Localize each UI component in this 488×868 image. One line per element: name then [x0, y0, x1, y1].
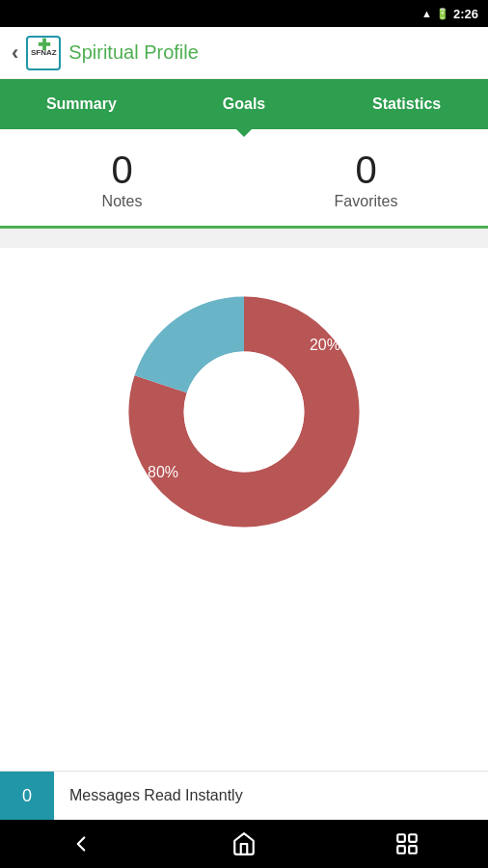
chart-label-20: 20% — [310, 337, 340, 354]
tab-summary[interactable]: Summary — [0, 79, 163, 129]
message-count: 0 — [0, 772, 54, 820]
chart-label-80: 80% — [148, 464, 178, 481]
donut-svg — [119, 286, 369, 537]
donut-hole — [184, 352, 305, 473]
favorites-count: 0 — [355, 149, 376, 191]
status-icons: ▲ 🔋 2:26 — [421, 7, 478, 21]
tab-active-indicator — [234, 127, 254, 137]
nav-recent-button[interactable] — [394, 831, 420, 856]
tab-goals-label: Goals — [223, 95, 265, 113]
stats-row: 0 Notes 0 Favorites — [0, 129, 488, 226]
nav-back-icon — [68, 831, 94, 856]
notes-count: 0 — [111, 149, 132, 191]
tab-goals[interactable]: Goals — [163, 79, 326, 129]
logo-container: ✚ SFNAZ — [26, 36, 61, 70]
tab-summary-label: Summary — [46, 95, 117, 113]
notes-label: Notes — [102, 193, 143, 210]
notes-stat: 0 Notes — [0, 149, 244, 210]
status-time: 2:26 — [453, 7, 478, 21]
svg-rect-3 — [409, 846, 417, 854]
nav-bar — [0, 820, 488, 868]
tab-statistics-label: Statistics — [372, 95, 441, 113]
message-text: Messages Read Instantly — [54, 772, 258, 820]
cross-icon: ✚ — [38, 36, 50, 54]
status-bar: ▲ 🔋 2:26 — [0, 0, 488, 27]
favorites-stat: 0 Favorites — [244, 149, 488, 210]
svg-rect-1 — [409, 834, 417, 842]
nav-back-button[interactable] — [68, 831, 94, 856]
section-divider — [0, 229, 488, 248]
nav-recent-icon — [394, 831, 420, 856]
bottom-section: 0 Messages Read Instantly — [0, 771, 488, 820]
wifi-icon: ▲ — [421, 8, 432, 19]
app-header: ‹ ✚ SFNAZ Spiritual Profile — [0, 27, 488, 79]
tab-statistics[interactable]: Statistics — [325, 79, 488, 129]
page-title: Spiritual Profile — [68, 41, 199, 64]
svg-rect-2 — [397, 846, 405, 854]
chart-area: 20% 80% — [0, 248, 488, 576]
donut-chart: 20% 80% — [119, 286, 369, 537]
favorites-label: Favorites — [335, 193, 398, 210]
message-row: 0 Messages Read Instantly — [0, 772, 488, 820]
svg-rect-0 — [397, 834, 405, 842]
logo-box: ✚ SFNAZ — [26, 36, 61, 70]
back-button[interactable]: ‹ — [12, 42, 18, 64]
nav-home-icon — [231, 831, 257, 856]
battery-icon: 🔋 — [436, 8, 449, 20]
tab-bar: Summary Goals Statistics — [0, 79, 488, 129]
nav-home-button[interactable] — [231, 831, 257, 856]
